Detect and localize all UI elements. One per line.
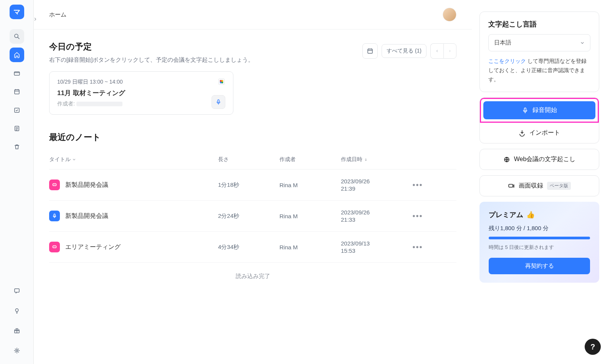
note-title: 新製品開発会議 bbox=[65, 181, 108, 189]
note-length: 2分24秒 bbox=[218, 212, 279, 220]
gift-icon bbox=[13, 327, 20, 334]
event-record-button[interactable] bbox=[212, 95, 225, 109]
col-length-header: 長さ bbox=[218, 156, 279, 163]
lang-hint: ここをクリック して専門用語などを登録しておくと、より正確に音声認識できます。 bbox=[488, 57, 590, 84]
svg-point-0 bbox=[15, 34, 18, 38]
language-select[interactable]: 日本語 bbox=[488, 34, 590, 51]
svg-rect-14 bbox=[222, 80, 223, 82]
note-date: 2023/09/26 bbox=[341, 209, 370, 216]
svg-rect-15 bbox=[218, 100, 219, 102]
bulb-icon bbox=[13, 307, 20, 314]
avatar[interactable] bbox=[443, 8, 456, 21]
web-meeting-button[interactable]: Web会議の文字起こし bbox=[480, 149, 599, 170]
arrow-down-icon bbox=[364, 158, 368, 161]
search-button[interactable] bbox=[10, 29, 24, 44]
premium-progress bbox=[489, 237, 590, 239]
svg-point-6 bbox=[15, 309, 18, 312]
home-icon bbox=[13, 51, 20, 58]
note-time: 15:53 bbox=[341, 247, 355, 254]
premium-minutes: 残り1,800 分 / 1,800 分 bbox=[489, 225, 590, 232]
nav-trash[interactable] bbox=[10, 140, 24, 154]
screen-capture-button[interactable]: 画面収録 ベータ版 bbox=[480, 176, 599, 196]
expand-sidebar-button[interactable] bbox=[31, 15, 40, 24]
col-created-header[interactable]: 作成日時 bbox=[341, 156, 410, 163]
chevron-down-icon bbox=[72, 158, 76, 161]
nav-home[interactable] bbox=[10, 48, 24, 62]
help-fab[interactable]: ? bbox=[585, 339, 601, 355]
thumbs-up-icon: 👍 bbox=[526, 211, 535, 219]
lang-panel-title: 文字起こし言語 bbox=[488, 20, 590, 29]
row-menu-button[interactable]: ••• bbox=[410, 181, 425, 189]
event-card[interactable]: 10/29 日曜日 13:00 ~ 14:00 11月 取材ミーティング 作成者… bbox=[49, 71, 233, 115]
search-icon bbox=[13, 33, 20, 40]
note-type-icon bbox=[49, 180, 60, 190]
import-icon bbox=[519, 130, 526, 137]
note-length: 4分34秒 bbox=[218, 244, 279, 251]
event-title: 11月 取材ミーティング bbox=[57, 89, 225, 97]
page-title: ホーム bbox=[49, 11, 66, 18]
nav-notes[interactable] bbox=[10, 121, 24, 136]
app-logo[interactable]: マ bbox=[10, 5, 24, 19]
event-creator-value bbox=[76, 102, 122, 106]
lang-panel: 文字起こし言語 日本語 ここをクリック して専門用語などを登録しておくと、より正… bbox=[479, 12, 599, 92]
language-selected: 日本語 bbox=[494, 39, 511, 46]
nav-feedback[interactable] bbox=[10, 283, 24, 298]
svg-point-19 bbox=[55, 184, 55, 185]
calendar-button[interactable] bbox=[362, 43, 378, 59]
premium-note: 時間は 5 日後に更新されます bbox=[489, 244, 590, 251]
note-author: Rina M bbox=[279, 244, 341, 250]
nav-settings[interactable] bbox=[10, 343, 24, 358]
row-menu-button[interactable]: ••• bbox=[410, 243, 425, 252]
event-creator-label: 作成者: bbox=[57, 100, 75, 107]
col-author-header: 作成者 bbox=[279, 156, 341, 163]
chevron-right-icon bbox=[33, 17, 38, 21]
note-type-icon bbox=[49, 242, 60, 252]
mic-icon bbox=[215, 99, 222, 105]
col-title-header[interactable]: タイトル bbox=[49, 156, 218, 163]
screen-capture-card: 画面収録 ベータ版 bbox=[479, 175, 599, 196]
note-type-icon bbox=[49, 211, 60, 221]
right-panel: 文字起こし言語 日本語 ここをクリック して専門用語などを登録しておくと、より正… bbox=[472, 0, 610, 364]
google-calendar-icon bbox=[218, 78, 225, 86]
svg-rect-5 bbox=[15, 289, 19, 292]
table-row[interactable]: 新製品開発会議1分18秒Rina M2023/09/2621:39••• bbox=[49, 170, 456, 201]
today-title: 今日の予定 bbox=[49, 41, 254, 53]
note-length: 1分18秒 bbox=[218, 181, 279, 189]
nav-calendar[interactable] bbox=[10, 84, 24, 99]
shared-icon bbox=[13, 107, 20, 114]
nav-folder[interactable] bbox=[10, 66, 24, 81]
nav-help[interactable] bbox=[10, 303, 24, 318]
chat-icon bbox=[52, 244, 57, 250]
web-meeting-card: Web会議の文字起こし bbox=[479, 149, 599, 170]
table-header: タイトル 長さ 作成者 作成日時 bbox=[49, 150, 456, 170]
row-menu-button[interactable]: ••• bbox=[410, 212, 425, 221]
next-day-button[interactable] bbox=[443, 43, 456, 59]
import-button[interactable]: インポート bbox=[480, 123, 599, 143]
svg-rect-2 bbox=[15, 90, 19, 94]
svg-rect-3 bbox=[15, 108, 19, 112]
renew-button[interactable]: 再契約する bbox=[489, 258, 590, 274]
premium-title: プレミアム 👍 bbox=[489, 210, 590, 219]
lang-hint-link[interactable]: ここをクリック bbox=[488, 58, 526, 64]
note-author: Rina M bbox=[279, 213, 341, 219]
note-title: 新製品開発会議 bbox=[65, 212, 108, 220]
chevron-down-icon bbox=[580, 41, 585, 45]
message-icon bbox=[13, 287, 20, 294]
see-all-button[interactable]: すべて見る (1) bbox=[382, 44, 427, 58]
nav-shared[interactable] bbox=[10, 103, 24, 117]
svg-point-17 bbox=[54, 184, 54, 185]
svg-rect-1 bbox=[14, 72, 20, 75]
note-date: 2023/09/13 bbox=[341, 240, 370, 247]
svg-rect-27 bbox=[509, 184, 513, 187]
chevron-left-icon bbox=[435, 49, 439, 53]
record-button[interactable]: 録音開始 bbox=[483, 101, 595, 119]
event-time: 10/29 日曜日 13:00 ~ 14:00 bbox=[57, 79, 225, 86]
table-row[interactable]: 新製品開発会議2分24秒Rina M2023/09/2621:33••• bbox=[49, 201, 456, 232]
svg-rect-9 bbox=[368, 49, 372, 53]
gear-icon bbox=[13, 347, 20, 354]
note-date: 2023/09/26 bbox=[341, 178, 370, 184]
svg-point-8 bbox=[16, 350, 18, 352]
nav-gift[interactable] bbox=[10, 323, 24, 338]
table-row[interactable]: エリアミーティング4分34秒Rina M2023/09/1315:53••• bbox=[49, 232, 456, 263]
prev-day-button[interactable] bbox=[430, 43, 443, 59]
